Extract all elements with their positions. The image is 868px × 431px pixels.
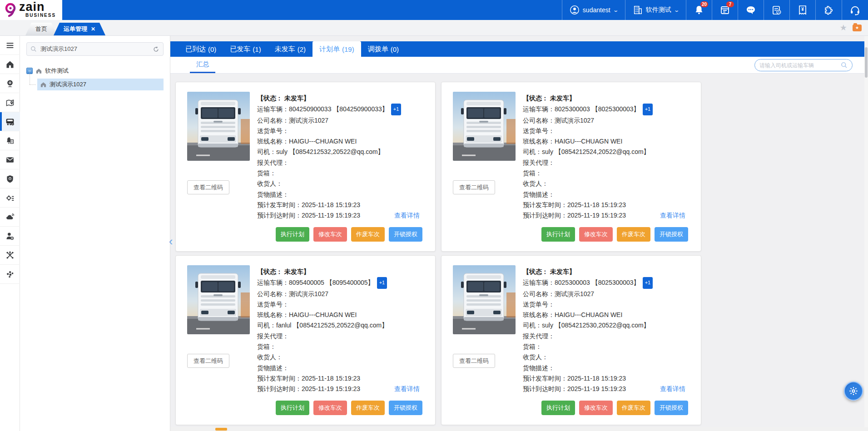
view-qr-button[interactable]: 查看二维码 <box>187 354 229 368</box>
view-details-link[interactable]: 查看详情 <box>660 384 685 394</box>
plus-one-badge[interactable]: +1 <box>643 277 653 288</box>
status-line: 【状态： 未发车】 <box>257 93 426 104</box>
route-line: 班线名称：HAIGU---CHUAGN WEI <box>523 136 692 147</box>
consignee-line: 收货人： <box>523 178 692 189</box>
plus-one-badge[interactable]: +1 <box>377 277 387 288</box>
truck-photo <box>187 92 250 161</box>
map-pin-icon[interactable] <box>0 93 20 112</box>
refresh-icon[interactable] <box>153 46 159 53</box>
execute-plan-button[interactable]: 执行计划 <box>276 401 309 415</box>
org-menu[interactable]: 软件测试 ⌄ <box>625 0 686 20</box>
menu-icon[interactable] <box>0 36 20 55</box>
execute-plan-button[interactable]: 执行计划 <box>541 401 575 415</box>
customs-line: 报关代理： <box>523 331 692 342</box>
unlock-auth-button[interactable]: 开锁授权 <box>655 227 688 242</box>
support-button[interactable] <box>842 0 868 20</box>
messages-button[interactable] <box>738 0 764 20</box>
todo-button[interactable]: 7 <box>712 0 738 20</box>
billing-button[interactable]: ¥ <box>789 0 815 20</box>
route-line: 班线名称：HAIGU---CHUAGN WEI <box>257 310 426 320</box>
depart-time-line: 预计发车时间：2025-11-18 15:19:23 <box>257 200 426 210</box>
execute-plan-button[interactable]: 执行计划 <box>541 227 575 242</box>
tree-root-item[interactable]: − 软件测试 <box>26 65 164 77</box>
search-icon[interactable] <box>841 62 848 69</box>
truck-icon[interactable] <box>0 112 20 131</box>
void-trip-button[interactable]: 作废车次 <box>351 401 385 415</box>
view-qr-button[interactable]: 查看二维码 <box>187 180 229 194</box>
shield-icon[interactable] <box>0 169 20 188</box>
vertical-scrollbar-thumb[interactable] <box>865 47 868 78</box>
driver-line: 司机：suly 【0854212530,20522@qq.com】 <box>523 320 692 331</box>
consignee-line: 收货人： <box>257 352 426 362</box>
network-icon[interactable] <box>0 246 20 265</box>
modify-trip-button[interactable]: 修改车次 <box>313 401 347 415</box>
void-trip-button[interactable]: 作废车次 <box>617 401 650 415</box>
container-line: 货箱： <box>257 342 426 352</box>
tree-child-label: 测试演示1027 <box>50 80 86 89</box>
tab-not-departed[interactable]: 未发车(2) <box>268 41 312 57</box>
driver-search-input[interactable] <box>759 62 841 69</box>
user-menu[interactable]: sudantest ⌄ <box>562 0 625 20</box>
tab-plan-orders[interactable]: 计划单(19) <box>312 41 361 57</box>
tab-home[interactable]: 首页 <box>25 23 57 35</box>
home-icon[interactable] <box>0 55 20 74</box>
modify-trip-button[interactable]: 修改车次 <box>579 401 613 415</box>
close-icon[interactable]: ✕ <box>91 23 95 35</box>
view-qr-button[interactable]: 查看二维码 <box>453 354 495 368</box>
webcam-icon[interactable] <box>0 74 20 93</box>
company-line: 公司名称：测试演示1027 <box>257 289 426 299</box>
clipboard-clock-icon <box>771 5 782 15</box>
cluster-icon[interactable] <box>0 265 20 284</box>
void-trip-button[interactable]: 作废车次 <box>617 227 650 242</box>
mail-icon[interactable] <box>0 150 20 169</box>
favorite-star-icon[interactable]: ★ <box>840 23 847 33</box>
modify-trip-button[interactable]: 修改车次 <box>313 227 347 242</box>
unlock-auth-button[interactable]: 开锁授权 <box>389 227 422 242</box>
tab-transfer-orders[interactable]: 调拨单(0) <box>361 41 406 57</box>
plugins-button[interactable] <box>815 0 842 20</box>
tab-arrived[interactable]: 已到达(0) <box>179 41 223 57</box>
notifications-button[interactable]: 20 <box>686 0 712 20</box>
plus-one-badge[interactable]: +1 <box>391 104 402 115</box>
shipment-card: 查看二维码 【状态： 未发车】 运输车辆：8095400005 【8095400… <box>175 255 436 425</box>
tab-summary[interactable]: 汇总 <box>190 57 215 73</box>
execute-plan-button[interactable]: 执行计划 <box>276 227 309 242</box>
unlock-auth-button[interactable]: 开锁授权 <box>389 401 422 415</box>
vehicle-line: 运输车辆：804250900033 【804250900033】 +1 <box>257 104 426 115</box>
delivery-line: 送货单号： <box>257 126 426 136</box>
page-tab-strip: 首页 运单管理 ✕ ★ ★ <box>0 20 868 36</box>
company-line: 公司名称：测试演示1027 <box>523 115 692 126</box>
bell-doc-icon[interactable] <box>0 131 20 150</box>
void-trip-button[interactable]: 作废车次 <box>351 227 385 242</box>
schedule-button[interactable] <box>764 0 789 20</box>
modify-trip-button[interactable]: 修改车次 <box>579 227 613 242</box>
favorites-folder-icon[interactable]: ★ <box>853 25 862 31</box>
status-tab-bar: 已到达(0) 已发车(1) 未发车(2) 计划单(19) 调拨单(0) <box>170 41 868 57</box>
tree-child-item-selected[interactable]: 测试演示1027 <box>37 79 164 90</box>
delivery-line: 送货单号： <box>523 126 692 136</box>
vehicle-line: 运输车辆：8025300003 【8025300003】 +1 <box>523 104 692 115</box>
gear-list-icon[interactable] <box>0 188 20 208</box>
plus-one-badge[interactable]: +1 <box>643 104 653 115</box>
cloud-signal-icon[interactable] <box>0 208 20 227</box>
tab-departed[interactable]: 已发车(1) <box>223 41 268 57</box>
user-gear-icon[interactable] <box>0 227 20 246</box>
zain-logo: zain BUSINESS <box>0 0 62 20</box>
cargo-line: 货物描述： <box>523 363 692 373</box>
arrive-time-line: 预计到达时间：2025-11-19 15:19:23 查看详情 <box>257 384 426 394</box>
view-details-link[interactable]: 查看详情 <box>394 384 420 394</box>
view-qr-button[interactable]: 查看二维码 <box>453 180 495 194</box>
headset-icon <box>849 5 861 16</box>
unlock-auth-button[interactable]: 开锁授权 <box>655 401 688 415</box>
view-details-link[interactable]: 查看详情 <box>660 210 685 221</box>
panel-collapse-handle[interactable]: ‹ <box>168 234 174 248</box>
company-line: 公司名称：测试演示1027 <box>257 115 426 126</box>
tab-waybill-management[interactable]: 运单管理 ✕ <box>54 23 105 35</box>
driver-line: 司机：fanlul 【0854212525,20522@qq.com】 <box>257 320 426 331</box>
horizontal-scrollbar-thumb[interactable] <box>215 428 227 431</box>
tree-search-input[interactable] <box>40 46 149 53</box>
view-details-link[interactable]: 查看详情 <box>394 210 420 221</box>
floating-settings-button[interactable] <box>844 381 863 401</box>
tree-search-box <box>26 42 164 56</box>
cargo-line: 货物描述： <box>523 189 692 200</box>
